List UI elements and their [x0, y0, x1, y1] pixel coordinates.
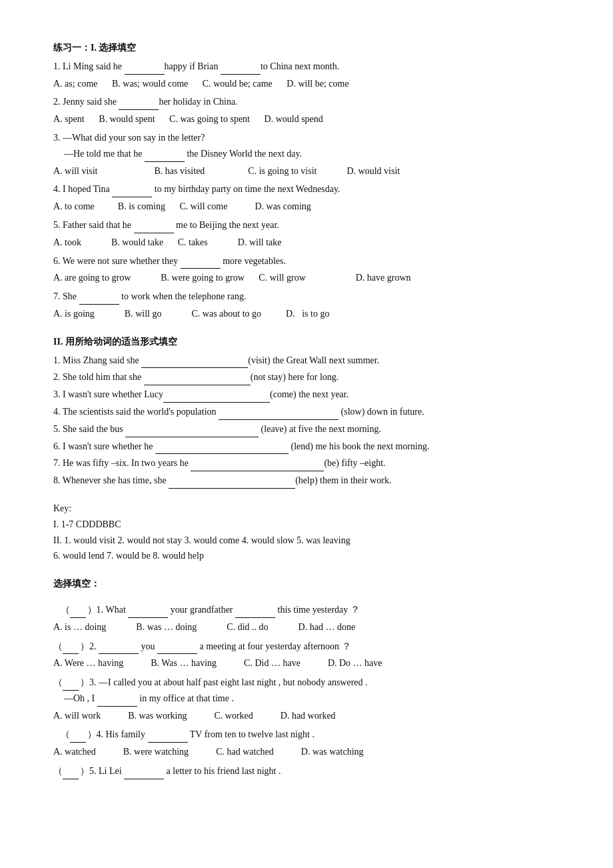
- q3-2-choices: A. Were … having B. Was … having C. Did …: [53, 655, 560, 671]
- q2-8: 8. Whenever she has time, she (help) the…: [53, 473, 560, 489]
- q3-1-choices: A. is … doing B. was … doing C. did .. d…: [53, 619, 560, 635]
- q1-2-choices: A. spent B. would spent C. was going to …: [53, 111, 560, 127]
- q1-6-choices: A. are going to grow B. were going to gr…: [53, 270, 560, 286]
- key-line2: II. 1. would visit 2. would not stay 3. …: [53, 533, 560, 549]
- q3-2: （ ）2. you a meeting at four yesterday af…: [53, 638, 560, 672]
- q3-3-choices: A. will work B. was working C. worked D.…: [53, 708, 560, 724]
- q2-2: 2. She told him that she (not stay) here…: [53, 369, 560, 385]
- q1-4-choices: A. to come B. is coming C. will come D. …: [53, 199, 560, 215]
- key-line1: I. 1-7 CDDDBBC: [53, 517, 560, 533]
- section1-title: 练习一：I. 选择填空: [53, 40, 560, 56]
- q1-1-choices: A. as; come B. was; would come C. would …: [53, 76, 560, 92]
- q3-4-choices: A. watched B. were watching C. had watch…: [53, 744, 560, 760]
- key-title: Key:: [53, 501, 560, 517]
- q1-1: 1. Li Ming said he happy if Brian to Chi…: [53, 59, 560, 92]
- q1-3: 3. —What did your son say in the letter?…: [53, 130, 560, 179]
- q1-4: 4. I hoped Tina to my birthday party on …: [53, 181, 560, 215]
- q1-5-choices: A. took B. would take C. takes D. will t…: [53, 235, 560, 251]
- q3-1: （ ）1. What your grandfather this time ye…: [53, 601, 560, 635]
- q1-1-num: 1. Li Ming said he happy if Brian to Chi…: [53, 61, 339, 71]
- q2-1: 1. Miss Zhang said she (visit) the Great…: [53, 353, 560, 369]
- key-line3: 6. would lend 7. would be 8. would help: [53, 548, 560, 564]
- q2-7: 7. He was fifty –six. In two years he (b…: [53, 455, 560, 471]
- key-section: Key: I. 1-7 CDDDBBC II. 1. would visit 2…: [53, 501, 560, 564]
- q2-4: 4. The scientists said the world's popul…: [53, 404, 560, 420]
- q3-3: （ ）3. —I called you at about half past e…: [53, 674, 560, 723]
- q1-2: 2. Jenny said she her holiday in China. …: [53, 94, 560, 127]
- section2-title: II. 用所给动词的适当形式填空: [53, 334, 560, 350]
- q1-5: 5. Father said that he me to Beijing the…: [53, 217, 560, 251]
- q1-6: 6. We were not sure whether they more ve…: [53, 253, 560, 287]
- section3-title: 选择填空：: [53, 576, 560, 592]
- q3-5: （ ）5. Li Lei a letter to his friend last…: [53, 763, 560, 779]
- q2-6: 6. I wasn't sure whether he (lend) me hi…: [53, 439, 560, 455]
- q3-4: （ ）4. His family TV from ten to twelve l…: [53, 726, 560, 760]
- q1-3-choices: A. will visit B. has visited C. is going…: [53, 163, 560, 179]
- q2-3: 3. I wasn't sure whether Lucy(come) the …: [53, 387, 560, 403]
- q2-5: 5. She said the bus (leave) at five the …: [53, 421, 560, 437]
- q1-7-choices: A. is going B. will go C. was about to g…: [53, 306, 560, 322]
- q1-7: 7. She to work when the telephone rang. …: [53, 289, 560, 322]
